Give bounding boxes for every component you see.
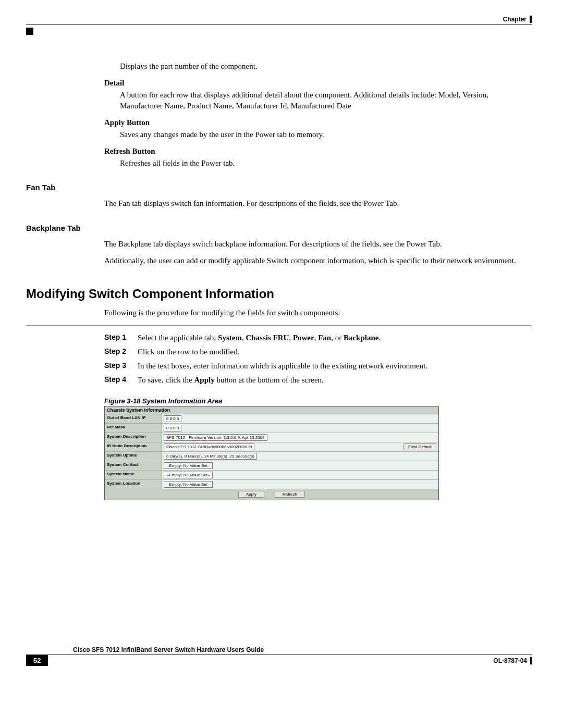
step-bold-term: System: [218, 334, 242, 342]
fan-tab-label: Fan Tab: [26, 183, 532, 192]
figure-field-value[interactable]: SFS-7012 - Firmware Version: 3.3.0.0.9, …: [162, 433, 438, 442]
figure-field-row: System Location--Empty; No Value Set--: [105, 480, 438, 489]
backplane-tab-label: Backplane Tab: [26, 224, 532, 232]
figure-field-row: System DescriptionSFS-7012 - Firmware Ve…: [105, 433, 438, 442]
step-number: Step 2: [104, 347, 130, 357]
figure-field-value[interactable]: Cisco SFS 7012 GUID=0x00066a0002000039Fi…: [162, 442, 438, 451]
step-row: Step 3In the text boxes, enter informati…: [104, 361, 532, 372]
figure-refresh-button[interactable]: Refresh: [275, 491, 305, 498]
figure-input[interactable]: Cisco SFS 7012 GUID=0x00066a0002000039: [164, 443, 254, 450]
figure-field-row: IB Node DescriptionCisco SFS 7012 GUID=0…: [105, 442, 438, 452]
apply-body: Saves any changes made by the user in th…: [120, 129, 532, 140]
part-number-desc: Displays the part number of the componen…: [120, 61, 532, 71]
step-body: Select the applicable tab; System, Chass…: [138, 332, 381, 343]
figure-field-label: System Description: [105, 433, 162, 442]
figure-field-label: Out of Band LAN IP: [105, 414, 162, 423]
figure-field-row: Out of Band LAN IP0.0.0.0: [105, 414, 438, 424]
apply-term: Apply Button: [104, 118, 532, 127]
refresh-body: Refreshes all fields in the Power tab.: [120, 158, 532, 168]
figure-field-label: System Location: [105, 480, 162, 489]
footer-doc-title: Cisco SFS 7012 InfiniBand Server Switch …: [73, 646, 264, 653]
modify-intro: Following is the procedure for modifying…: [104, 307, 532, 318]
figure-title: Chassis System Information: [105, 406, 438, 414]
step-number: Step 1: [104, 332, 130, 343]
header-bar-icon: [530, 16, 532, 23]
page-header: Chapter: [26, 16, 532, 23]
step-row: Step 2Click on the row to be modified.: [104, 347, 532, 357]
figure-field-value[interactable]: 0 Day(s), 0 Hour(s), 14 Minute(s), 23 Se…: [162, 452, 438, 461]
figure-input[interactable]: --Empty; No Value Set--: [164, 481, 213, 488]
fan-tab-body: The Fan tab displays switch fan informat…: [104, 198, 532, 208]
chapter-label: Chapter: [503, 16, 527, 23]
figure-field-value[interactable]: --Empty; No Value Set--: [162, 471, 438, 479]
figure-wrapper: Chassis System Information Out of Band L…: [104, 406, 532, 500]
step-bold-term: Backplane: [344, 334, 379, 342]
figure-field-row: Net Mask0.0.0.0: [105, 424, 438, 433]
figure-field-value[interactable]: --Empty; No Value Set--: [162, 461, 438, 470]
refresh-term: Refresh Button: [104, 147, 532, 156]
figure-field-label: Net Mask: [105, 424, 162, 433]
detail-body: A button for each row that displays addi…: [120, 90, 532, 111]
step-body: In the text boxes, enter information whi…: [138, 361, 427, 372]
figure-field-value[interactable]: --Empty; No Value Set--: [162, 480, 438, 489]
figure-field-value[interactable]: 0.0.0.0: [162, 414, 438, 423]
header-rule: [26, 24, 532, 24]
modify-heading: Modifying Switch Component Information: [26, 287, 532, 301]
page-footer: Cisco SFS 7012 InfiniBand Server Switch …: [26, 646, 532, 666]
figure-field-row: System Name--Empty; No Value Set--: [105, 471, 438, 480]
backplane-body-1: The Backplane tab displays switch backpl…: [104, 239, 532, 249]
doc-id: OL-8787-04: [493, 657, 527, 664]
page-number: 52: [26, 655, 48, 666]
steps-rule: [26, 325, 532, 326]
footer-bar-icon: [530, 657, 532, 664]
step-body: Click on the row to be modified.: [138, 347, 239, 357]
figure-input[interactable]: 0.0.0.0: [164, 425, 181, 431]
step-bold-term: Power: [293, 334, 314, 342]
system-info-figure: Chassis System Information Out of Band L…: [104, 406, 439, 500]
figure-field-label: IB Node Description: [105, 442, 162, 451]
figure-input[interactable]: SFS-7012 - Firmware Version: 3.3.0.0.9, …: [164, 434, 267, 441]
figure-field-row: System Contact--Empty; No Value Set--: [105, 461, 438, 471]
backplane-body-2: Additionally, the user can add or modify…: [104, 255, 532, 266]
figure-input[interactable]: 0.0.0.0: [164, 415, 181, 422]
figure-field-row: System Uptime0 Day(s), 0 Hour(s), 14 Min…: [105, 452, 438, 461]
page-corner-marker: [26, 28, 33, 35]
step-bold-term: Apply: [194, 376, 215, 384]
step-row: Step 4To save, click the Apply button at…: [104, 375, 532, 386]
figure-input[interactable]: 0 Day(s), 0 Hour(s), 14 Minute(s), 23 Se…: [164, 453, 257, 460]
figure-caption: Figure 3-18 System Information Area: [104, 397, 532, 405]
figure-field-value[interactable]: 0.0.0.0: [162, 424, 438, 433]
detail-term: Detail: [104, 79, 532, 88]
step-bold-term: Fan: [318, 334, 331, 342]
step-row: Step 1Select the applicable tab; System,…: [104, 332, 532, 343]
step-number: Step 4: [104, 375, 130, 386]
figure-apply-button[interactable]: Apply: [238, 491, 264, 498]
figure-input[interactable]: --Empty; No Value Set--: [164, 472, 213, 478]
figure-button-row: Apply Refresh: [105, 489, 438, 500]
figure-input[interactable]: --Empty; No Value Set--: [164, 462, 213, 469]
step-bold-term: Chassis FRU: [246, 334, 289, 342]
step-body: To save, click the Apply button at the b…: [138, 375, 324, 386]
figure-field-label: System Uptime: [105, 452, 162, 461]
figure-field-label: System Contact: [105, 461, 162, 470]
step-number: Step 3: [104, 361, 130, 372]
figure-field-label: System Name: [105, 471, 162, 479]
steps-list: Step 1Select the applicable tab; System,…: [104, 332, 532, 386]
field-default-button[interactable]: Field Default: [403, 443, 436, 450]
